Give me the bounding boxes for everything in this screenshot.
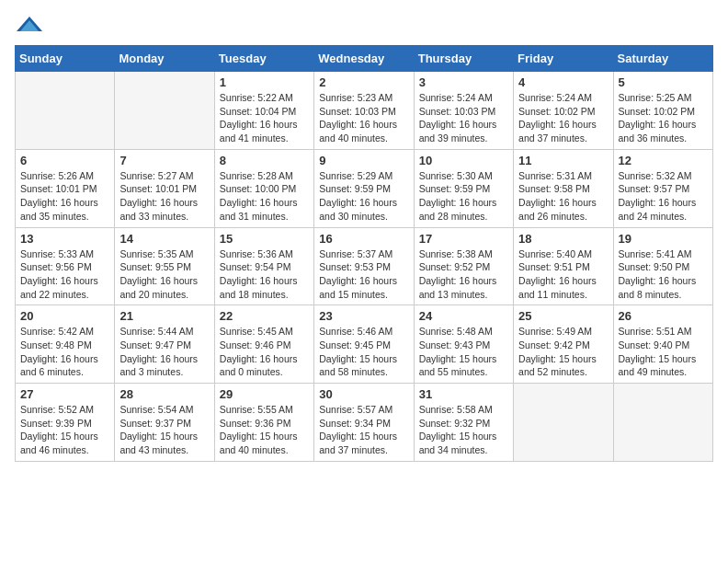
calendar-cell: 31Sunrise: 5:58 AM Sunset: 9:32 PM Dayli… (414, 384, 513, 462)
day-number: 20 (20, 309, 109, 323)
week-row-1: 1Sunrise: 5:22 AM Sunset: 10:04 PM Dayli… (16, 72, 713, 150)
week-row-2: 6Sunrise: 5:26 AM Sunset: 10:01 PM Dayli… (16, 149, 713, 227)
day-number: 6 (20, 154, 109, 167)
day-header-friday: Friday (514, 46, 613, 72)
calendar-cell: 22Sunrise: 5:45 AM Sunset: 9:46 PM Dayli… (214, 305, 313, 384)
day-info: Sunrise: 5:35 AM Sunset: 9:55 PM Dayligh… (119, 247, 209, 302)
day-info: Sunrise: 5:36 AM Sunset: 9:54 PM Dayligh… (220, 247, 309, 302)
day-info: Sunrise: 5:45 AM Sunset: 9:46 PM Dayligh… (220, 325, 309, 379)
day-number: 17 (419, 232, 508, 246)
day-header-tuesday: Tuesday (214, 46, 313, 72)
day-info: Sunrise: 5:51 AM Sunset: 9:40 PM Dayligh… (619, 325, 708, 379)
day-number: 28 (119, 387, 209, 401)
calendar: SundayMondayTuesdayWednesdayThursdayFrid… (15, 45, 713, 462)
calendar-cell: 20Sunrise: 5:42 AM Sunset: 9:48 PM Dayli… (16, 305, 115, 384)
logo (15, 15, 44, 38)
day-number: 16 (319, 232, 408, 246)
day-info: Sunrise: 5:29 AM Sunset: 9:59 PM Dayligh… (319, 169, 408, 224)
calendar-cell: 24Sunrise: 5:48 AM Sunset: 9:43 PM Dayli… (414, 305, 513, 384)
day-number: 21 (119, 309, 209, 323)
calendar-cell: 1Sunrise: 5:22 AM Sunset: 10:04 PM Dayli… (214, 72, 313, 150)
day-number: 4 (518, 75, 608, 89)
day-header-wednesday: Wednesday (314, 46, 414, 72)
calendar-cell: 16Sunrise: 5:37 AM Sunset: 9:53 PM Dayli… (314, 227, 414, 305)
day-info: Sunrise: 5:48 AM Sunset: 9:43 PM Dayligh… (419, 325, 508, 379)
day-number: 13 (20, 232, 109, 246)
day-number: 25 (518, 309, 608, 323)
day-number: 10 (419, 154, 508, 167)
day-number: 19 (619, 232, 708, 246)
calendar-cell: 8Sunrise: 5:28 AM Sunset: 10:00 PM Dayli… (214, 149, 313, 227)
calendar-cell (613, 384, 712, 462)
calendar-cell: 4Sunrise: 5:24 AM Sunset: 10:02 PM Dayli… (514, 72, 613, 150)
week-row-4: 20Sunrise: 5:42 AM Sunset: 9:48 PM Dayli… (16, 305, 713, 384)
calendar-cell: 27Sunrise: 5:52 AM Sunset: 9:39 PM Dayli… (16, 384, 115, 462)
calendar-cell: 29Sunrise: 5:55 AM Sunset: 9:36 PM Dayli… (214, 384, 313, 462)
day-info: Sunrise: 5:57 AM Sunset: 9:34 PM Dayligh… (319, 403, 408, 457)
week-row-5: 27Sunrise: 5:52 AM Sunset: 9:39 PM Dayli… (16, 384, 713, 462)
calendar-cell: 10Sunrise: 5:30 AM Sunset: 9:59 PM Dayli… (414, 149, 513, 227)
header (15, 15, 713, 38)
calendar-cell (16, 72, 115, 150)
day-number: 7 (119, 154, 209, 167)
days-header-row: SundayMondayTuesdayWednesdayThursdayFrid… (16, 46, 713, 72)
calendar-cell: 19Sunrise: 5:41 AM Sunset: 9:50 PM Dayli… (613, 227, 712, 305)
day-number: 24 (419, 309, 508, 323)
calendar-cell: 28Sunrise: 5:54 AM Sunset: 9:37 PM Dayli… (115, 384, 214, 462)
calendar-cell: 7Sunrise: 5:27 AM Sunset: 10:01 PM Dayli… (115, 149, 214, 227)
day-header-monday: Monday (115, 46, 214, 72)
calendar-cell: 11Sunrise: 5:31 AM Sunset: 9:58 PM Dayli… (514, 149, 613, 227)
calendar-cell: 17Sunrise: 5:38 AM Sunset: 9:52 PM Dayli… (414, 227, 513, 305)
day-number: 3 (419, 75, 508, 89)
calendar-cell: 12Sunrise: 5:32 AM Sunset: 9:57 PM Dayli… (613, 149, 712, 227)
day-info: Sunrise: 5:27 AM Sunset: 10:01 PM Daylig… (119, 169, 209, 224)
day-number: 15 (220, 232, 309, 246)
day-number: 9 (319, 154, 408, 167)
day-info: Sunrise: 5:55 AM Sunset: 9:36 PM Dayligh… (220, 403, 309, 457)
calendar-cell: 3Sunrise: 5:24 AM Sunset: 10:03 PM Dayli… (414, 72, 513, 150)
day-info: Sunrise: 5:46 AM Sunset: 9:45 PM Dayligh… (319, 325, 408, 379)
day-number: 1 (220, 75, 309, 89)
day-info: Sunrise: 5:31 AM Sunset: 9:58 PM Dayligh… (518, 169, 608, 224)
day-info: Sunrise: 5:52 AM Sunset: 9:39 PM Dayligh… (20, 403, 109, 457)
day-info: Sunrise: 5:38 AM Sunset: 9:52 PM Dayligh… (419, 247, 508, 302)
calendar-cell: 21Sunrise: 5:44 AM Sunset: 9:47 PM Dayli… (115, 305, 214, 384)
day-info: Sunrise: 5:28 AM Sunset: 10:00 PM Daylig… (220, 169, 309, 224)
day-info: Sunrise: 5:41 AM Sunset: 9:50 PM Dayligh… (619, 247, 708, 302)
day-info: Sunrise: 5:23 AM Sunset: 10:03 PM Daylig… (319, 91, 408, 145)
day-info: Sunrise: 5:30 AM Sunset: 9:59 PM Dayligh… (419, 169, 508, 224)
day-number: 29 (220, 387, 309, 401)
logo-icon (17, 15, 42, 33)
week-row-3: 13Sunrise: 5:33 AM Sunset: 9:56 PM Dayli… (16, 227, 713, 305)
day-header-thursday: Thursday (414, 46, 513, 72)
day-number: 11 (518, 154, 608, 167)
day-info: Sunrise: 5:22 AM Sunset: 10:04 PM Daylig… (220, 91, 309, 145)
day-info: Sunrise: 5:44 AM Sunset: 9:47 PM Dayligh… (119, 325, 209, 379)
day-number: 12 (619, 154, 708, 167)
day-number: 22 (220, 309, 309, 323)
calendar-cell: 13Sunrise: 5:33 AM Sunset: 9:56 PM Dayli… (16, 227, 115, 305)
day-number: 23 (319, 309, 408, 323)
day-header-sunday: Sunday (16, 46, 115, 72)
day-number: 5 (619, 75, 708, 89)
calendar-cell (514, 384, 613, 462)
day-info: Sunrise: 5:49 AM Sunset: 9:42 PM Dayligh… (518, 325, 608, 379)
calendar-cell: 5Sunrise: 5:25 AM Sunset: 10:02 PM Dayli… (613, 72, 712, 150)
day-number: 18 (518, 232, 608, 246)
day-info: Sunrise: 5:33 AM Sunset: 9:56 PM Dayligh… (20, 247, 109, 302)
day-number: 2 (319, 75, 408, 89)
day-number: 8 (220, 154, 309, 167)
calendar-cell: 30Sunrise: 5:57 AM Sunset: 9:34 PM Dayli… (314, 384, 414, 462)
day-info: Sunrise: 5:37 AM Sunset: 9:53 PM Dayligh… (319, 247, 408, 302)
day-header-saturday: Saturday (613, 46, 712, 72)
day-number: 27 (20, 387, 109, 401)
day-number: 26 (619, 309, 708, 323)
day-info: Sunrise: 5:58 AM Sunset: 9:32 PM Dayligh… (419, 403, 508, 457)
day-info: Sunrise: 5:54 AM Sunset: 9:37 PM Dayligh… (119, 403, 209, 457)
day-info: Sunrise: 5:26 AM Sunset: 10:01 PM Daylig… (20, 169, 109, 224)
day-number: 30 (319, 387, 408, 401)
calendar-cell: 15Sunrise: 5:36 AM Sunset: 9:54 PM Dayli… (214, 227, 313, 305)
calendar-cell: 23Sunrise: 5:46 AM Sunset: 9:45 PM Dayli… (314, 305, 414, 384)
day-info: Sunrise: 5:42 AM Sunset: 9:48 PM Dayligh… (20, 325, 109, 379)
calendar-cell: 9Sunrise: 5:29 AM Sunset: 9:59 PM Daylig… (314, 149, 414, 227)
